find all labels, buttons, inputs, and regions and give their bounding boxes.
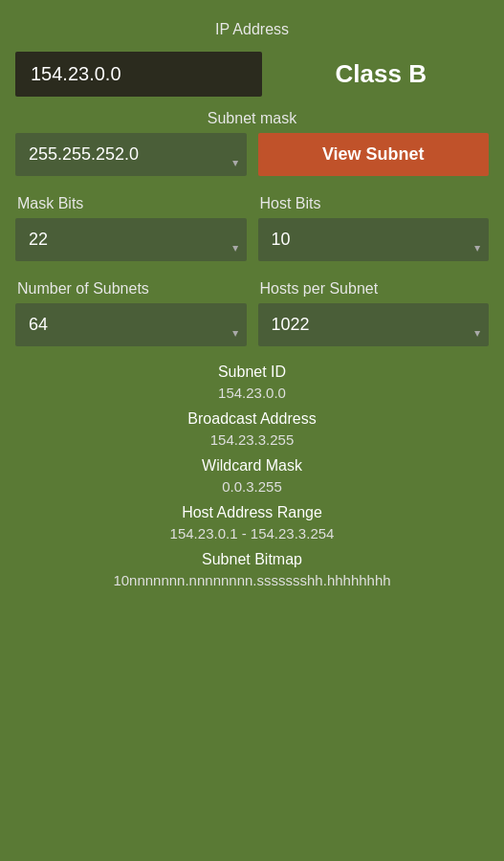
hosts-per-subnet-display: 1022 <box>258 303 490 346</box>
mask-bits-display: 22 <box>15 218 247 261</box>
class-label: Class B <box>274 59 490 89</box>
num-subnets-wrapper[interactable]: 64 <box>15 303 247 346</box>
host-range-value: 154.23.0.1 - 154.23.3.254 <box>15 525 489 541</box>
subnet-mask-label: Subnet mask <box>15 110 489 127</box>
num-subnets-display: 64 <box>15 303 247 346</box>
ip-address-label: IP Address <box>15 21 489 38</box>
view-subnet-button[interactable]: View Subnet <box>258 133 490 176</box>
wildcard-value: 0.0.3.255 <box>15 478 489 495</box>
subnet-id-value: 154.23.0.0 <box>15 385 489 401</box>
host-bits-display: 10 <box>258 218 490 261</box>
wildcard-title: Wildcard Mask <box>15 457 489 475</box>
bitmap-value: 10nnnnnnn.nnnnnnnn.ssssssshh.hhhhhhhh <box>15 572 489 588</box>
bitmap-title: Subnet Bitmap <box>15 551 489 568</box>
hosts-per-subnet-label: Hosts per Subnet <box>260 280 490 298</box>
num-subnets-label: Number of Subnets <box>17 280 247 298</box>
mask-bits-label: Mask Bits <box>17 195 247 212</box>
broadcast-value: 154.23.3.255 <box>15 431 489 448</box>
subnet-mask-display: 255.255.252.0 <box>15 133 247 176</box>
results-section: Subnet ID 154.23.0.0 Broadcast Address 1… <box>15 364 489 594</box>
ip-address-display: 154.23.0.0 <box>15 52 262 97</box>
host-range-title: Host Address Range <box>15 504 489 521</box>
host-bits-label: Host Bits <box>260 195 490 212</box>
subnet-id-title: Subnet ID <box>15 364 489 381</box>
subnet-mask-wrapper[interactable]: 255.255.252.0 <box>15 133 247 176</box>
broadcast-title: Broadcast Address <box>15 410 489 428</box>
host-bits-wrapper[interactable]: 10 <box>258 218 490 261</box>
mask-bits-wrapper[interactable]: 22 <box>15 218 247 261</box>
hosts-per-subnet-wrapper[interactable]: 1022 <box>258 303 490 346</box>
